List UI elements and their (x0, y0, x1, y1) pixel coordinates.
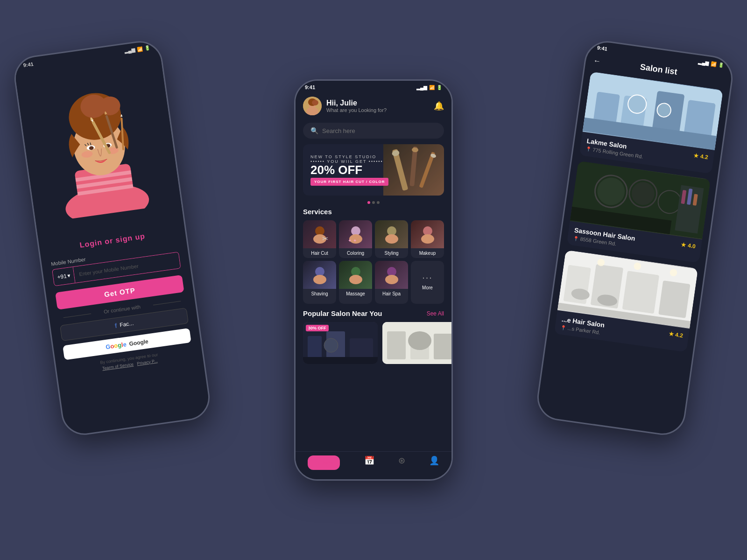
off-badge: 30% OFF (306, 325, 329, 331)
facebook-label: Fac... (119, 320, 134, 328)
svg-point-26 (312, 100, 318, 105)
makeup-svg2 (416, 223, 439, 246)
svg-text:✂: ✂ (322, 235, 328, 243)
haircut-label: Hair Cut (303, 248, 336, 258)
third-rating-value: 4.2 (675, 331, 683, 339)
salon-card-2[interactable] (382, 322, 451, 364)
promo-banner[interactable]: NEW TO STYLE STUDIO •••••• YOU WIIL GET … (303, 144, 444, 196)
services-grid: ✂ Hair Cut ✦ ✦ Coloring (296, 220, 451, 304)
service-styling[interactable]: Styling (375, 220, 408, 258)
makeup-svg (38, 68, 160, 221)
svg-point-42 (421, 234, 434, 244)
svg-point-48 (385, 275, 398, 284)
service-makeup[interactable]: Makeup (411, 220, 444, 258)
google-label: Google (129, 338, 149, 347)
svg-text:✦ ✦: ✦ ✦ (348, 238, 357, 243)
svg-rect-56 (387, 331, 406, 359)
svg-rect-54 (303, 357, 378, 364)
salon-third[interactable]: ...e Hair Salon 📍 ...s Parker Rd. ★ 4.2 (554, 250, 698, 352)
wifi-icon-r: 📶 (711, 61, 717, 67)
haircut-thumb: ✂ (303, 220, 336, 248)
nav-home[interactable]: ⌂ Home (308, 455, 340, 470)
profile-icon: 👤 (429, 455, 439, 466)
time-left: 9:41 (23, 61, 34, 68)
time-center: 9:41 (305, 84, 315, 90)
makeup-label: Makeup (411, 248, 444, 258)
service-coloring[interactable]: ✦ ✦ Coloring (339, 220, 372, 258)
salon-card-img-2 (382, 322, 451, 364)
home-label: Home (321, 460, 334, 465)
promo-percent: 20% OFF (310, 164, 437, 176)
hairspa-thumb (375, 261, 408, 289)
hairspa-svg (380, 263, 403, 287)
sassoon-rating-value: 4.0 (687, 242, 696, 250)
makeup-thumb (411, 220, 444, 248)
notification-bell[interactable]: 🔔 (434, 101, 444, 111)
bottom-nav: ⌂ Home 📅 ⊛ 👤 (296, 451, 451, 479)
phone-left: 9:41 ▂▄▆ 📶 🔋 (11, 38, 212, 438)
hero-illustration (14, 51, 183, 238)
service-more[interactable]: ··· More (411, 261, 444, 304)
promo-dots (296, 201, 451, 204)
center-header: Hii, Julie What are you Looking for? 🔔 (296, 92, 451, 120)
dot-1 (372, 201, 375, 204)
promo-title: NEW TO STYLE STUDIO (310, 154, 437, 159)
svg-point-44 (313, 275, 326, 284)
massage-thumb (339, 261, 372, 289)
status-bar-center: 9:41 ▂▄▆ 📶 🔋 (296, 81, 451, 92)
country-code[interactable]: +91 ▾ (52, 267, 76, 286)
signal-icon-r: ▂▄▆ (698, 59, 709, 66)
more-dots: ··· (422, 272, 433, 283)
greeting-block: Hii, Julie What are you Looking for? (326, 99, 387, 113)
see-all-button[interactable]: See All (427, 310, 444, 317)
signal-icons-center: ▂▄▆ 📶 🔋 (416, 85, 442, 90)
signal-icon: ▂▄▆ (124, 47, 135, 54)
massage-label: Massage (339, 289, 372, 299)
salon-list: Lakme Salon 📍 775 Rolling Green Rd. ★ 4.… (546, 66, 730, 364)
login-link[interactable]: Login or sign up (79, 232, 146, 249)
wifi-icon: 📶 (136, 46, 142, 52)
search-icon: 🔍 (310, 127, 318, 134)
battery-icon: 🔋 (144, 45, 150, 51)
nav-profile[interactable]: 👤 (429, 455, 439, 470)
svg-point-46 (349, 275, 362, 284)
shaving-label: Shaving (303, 289, 336, 299)
user-info: Hii, Julie What are you Looking for? (303, 97, 387, 115)
styling-thumb (375, 220, 408, 248)
salon-lakme[interactable]: Lakme Salon 📍 775 Rolling Green Rd. ★ 4.… (579, 71, 723, 174)
haircut-svg: ✂ (308, 223, 331, 246)
search-bar[interactable]: 🔍 (303, 123, 444, 139)
shaving-thumb (303, 261, 336, 289)
facebook-icon: f (114, 322, 118, 329)
spacer (717, 77, 724, 78)
service-shaving[interactable]: Shaving (303, 261, 336, 304)
services-title: Services (296, 208, 451, 216)
promo-cta[interactable]: YOUR FIRST HAIR CUT / COLOR (310, 178, 388, 186)
user-avatar[interactable] (303, 97, 322, 115)
svg-point-40 (385, 234, 398, 244)
battery-icon-c: 🔋 (437, 85, 442, 90)
calendar-icon: 📅 (364, 455, 374, 466)
battery-icon-r: 🔋 (718, 62, 724, 68)
search-input[interactable] (322, 127, 437, 134)
svg-rect-84 (658, 280, 690, 318)
nav-calendar[interactable]: 📅 (364, 455, 374, 470)
service-massage[interactable]: Massage (339, 261, 372, 304)
service-haircut[interactable]: ✂ Hair Cut (303, 220, 336, 258)
google-icon: Google (105, 341, 127, 350)
offers-icon: ⊛ (398, 455, 405, 466)
location-icon-s: 📍 (573, 236, 579, 242)
service-hairspa[interactable]: Hair Spa (375, 261, 408, 304)
dot-active (367, 201, 370, 204)
promo-content: NEW TO STYLE STUDIO •••••• YOU WIIL GET … (303, 149, 444, 191)
salon-scroll: 30% OFF (296, 322, 451, 364)
styling-svg (380, 223, 403, 246)
salon-interior-2 (382, 322, 451, 364)
salon-sassoon[interactable]: Sassoon Hair Salon 📍 8558 Green Rd. ★ 4.… (567, 161, 711, 263)
more-label: More (421, 283, 434, 293)
nav-offers[interactable]: ⊛ (398, 455, 405, 470)
coloring-svg: ✦ ✦ (344, 223, 367, 246)
avatar-svg (303, 97, 322, 115)
dot-2 (377, 201, 380, 204)
salon-card-1[interactable]: 30% OFF (303, 322, 378, 364)
